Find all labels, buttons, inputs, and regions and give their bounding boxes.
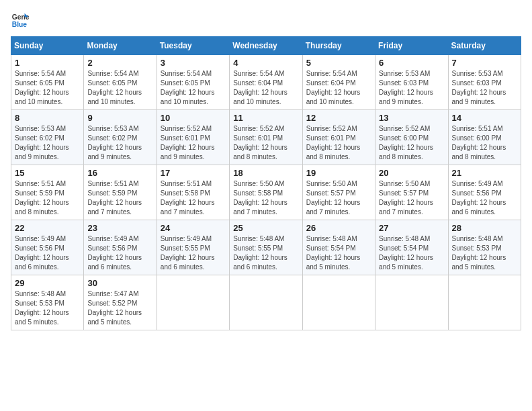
day-info: Sunrise: 5:54 AMSunset: 6:05 PMDaylight:…	[15, 69, 80, 107]
calendar-cell: 3 Sunrise: 5:54 AMSunset: 6:05 PMDayligh…	[157, 55, 229, 110]
calendar-cell: 12 Sunrise: 5:52 AMSunset: 6:01 PMDaylig…	[302, 110, 375, 165]
weekday-header-tuesday: Tuesday	[157, 37, 229, 55]
calendar-cell: 24 Sunrise: 5:49 AMSunset: 5:55 PMDaylig…	[157, 220, 229, 275]
day-number: 9	[87, 113, 152, 123]
day-info: Sunrise: 5:48 AMSunset: 5:53 PMDaylight:…	[15, 289, 80, 327]
calendar-cell: 21 Sunrise: 5:49 AMSunset: 5:56 PMDaylig…	[448, 165, 521, 220]
weekday-header-row: SundayMondayTuesdayWednesdayThursdayFrid…	[11, 37, 521, 55]
day-number: 12	[306, 113, 371, 123]
day-number: 22	[15, 223, 80, 233]
day-number: 3	[161, 58, 226, 68]
day-number: 25	[233, 223, 298, 233]
svg-text:General: General	[12, 13, 30, 21]
day-number: 11	[233, 113, 298, 123]
page-header: General Blue	[11, 11, 521, 30]
calendar-cell: 18 Sunrise: 5:50 AMSunset: 5:58 PMDaylig…	[230, 165, 302, 220]
day-number: 30	[87, 278, 152, 288]
calendar-cell: 15 Sunrise: 5:51 AMSunset: 5:59 PMDaylig…	[11, 165, 84, 220]
day-info: Sunrise: 5:52 AMSunset: 6:01 PMDaylight:…	[306, 124, 371, 162]
day-info: Sunrise: 5:51 AMSunset: 5:59 PMDaylight:…	[15, 179, 80, 217]
day-info: Sunrise: 5:49 AMSunset: 5:56 PMDaylight:…	[87, 234, 152, 272]
logo-icon: General Blue	[11, 11, 30, 30]
day-number: 28	[452, 223, 517, 233]
calendar-table: SundayMondayTuesdayWednesdayThursdayFrid…	[11, 36, 521, 330]
day-number: 20	[379, 168, 444, 178]
calendar-cell: 13 Sunrise: 5:52 AMSunset: 6:00 PMDaylig…	[375, 110, 448, 165]
calendar-cell	[448, 275, 521, 330]
day-number: 14	[452, 113, 517, 123]
day-info: Sunrise: 5:47 AMSunset: 5:52 PMDaylight:…	[87, 289, 152, 327]
calendar-cell: 2 Sunrise: 5:54 AMSunset: 6:05 PMDayligh…	[84, 55, 157, 110]
calendar-cell: 23 Sunrise: 5:49 AMSunset: 5:56 PMDaylig…	[84, 220, 157, 275]
calendar-cell	[157, 275, 229, 330]
svg-text:Blue: Blue	[12, 21, 28, 28]
calendar-cell	[375, 275, 448, 330]
calendar-cell: 14 Sunrise: 5:51 AMSunset: 6:00 PMDaylig…	[448, 110, 521, 165]
day-info: Sunrise: 5:51 AMSunset: 6:00 PMDaylight:…	[452, 124, 517, 162]
day-info: Sunrise: 5:53 AMSunset: 6:03 PMDaylight:…	[379, 69, 444, 107]
weekday-header-wednesday: Wednesday	[230, 37, 302, 55]
day-info: Sunrise: 5:54 AMSunset: 6:04 PMDaylight:…	[306, 69, 371, 107]
calendar-cell: 27 Sunrise: 5:48 AMSunset: 5:54 PMDaylig…	[375, 220, 448, 275]
calendar-week-5: 29 Sunrise: 5:48 AMSunset: 5:53 PMDaylig…	[11, 275, 521, 330]
calendar-cell: 8 Sunrise: 5:53 AMSunset: 6:02 PMDayligh…	[11, 110, 84, 165]
day-number: 4	[233, 58, 298, 68]
day-number: 21	[452, 168, 517, 178]
day-info: Sunrise: 5:54 AMSunset: 6:05 PMDaylight:…	[87, 69, 152, 107]
calendar-week-1: 1 Sunrise: 5:54 AMSunset: 6:05 PMDayligh…	[11, 55, 521, 110]
calendar-week-2: 8 Sunrise: 5:53 AMSunset: 6:02 PMDayligh…	[11, 110, 521, 165]
day-number: 6	[379, 58, 444, 68]
day-number: 2	[87, 58, 152, 68]
calendar-cell: 25 Sunrise: 5:48 AMSunset: 5:55 PMDaylig…	[230, 220, 302, 275]
day-info: Sunrise: 5:48 AMSunset: 5:54 PMDaylight:…	[379, 234, 444, 272]
calendar-cell: 9 Sunrise: 5:53 AMSunset: 6:02 PMDayligh…	[84, 110, 157, 165]
calendar-cell	[302, 275, 375, 330]
day-info: Sunrise: 5:51 AMSunset: 5:58 PMDaylight:…	[161, 179, 226, 217]
weekday-header-monday: Monday	[84, 37, 157, 55]
calendar-cell: 29 Sunrise: 5:48 AMSunset: 5:53 PMDaylig…	[11, 275, 84, 330]
day-number: 23	[87, 223, 152, 233]
weekday-header-friday: Friday	[375, 37, 448, 55]
day-number: 17	[161, 168, 226, 178]
calendar-cell: 7 Sunrise: 5:53 AMSunset: 6:03 PMDayligh…	[448, 55, 521, 110]
day-number: 18	[233, 168, 298, 178]
calendar-cell: 28 Sunrise: 5:48 AMSunset: 5:53 PMDaylig…	[448, 220, 521, 275]
day-number: 16	[87, 168, 152, 178]
calendar-cell: 11 Sunrise: 5:52 AMSunset: 6:01 PMDaylig…	[230, 110, 302, 165]
calendar-cell: 26 Sunrise: 5:48 AMSunset: 5:54 PMDaylig…	[302, 220, 375, 275]
day-number: 24	[161, 223, 226, 233]
day-number: 27	[379, 223, 444, 233]
calendar-cell: 4 Sunrise: 5:54 AMSunset: 6:04 PMDayligh…	[230, 55, 302, 110]
day-info: Sunrise: 5:54 AMSunset: 6:04 PMDaylight:…	[233, 69, 298, 107]
weekday-header-sunday: Sunday	[11, 37, 84, 55]
day-number: 19	[306, 168, 371, 178]
day-number: 8	[15, 113, 80, 123]
calendar-cell	[230, 275, 302, 330]
day-info: Sunrise: 5:52 AMSunset: 6:00 PMDaylight:…	[379, 124, 444, 162]
calendar-cell: 16 Sunrise: 5:51 AMSunset: 5:59 PMDaylig…	[84, 165, 157, 220]
day-info: Sunrise: 5:50 AMSunset: 5:58 PMDaylight:…	[233, 179, 298, 217]
day-number: 1	[15, 58, 80, 68]
day-info: Sunrise: 5:52 AMSunset: 6:01 PMDaylight:…	[233, 124, 298, 162]
day-info: Sunrise: 5:49 AMSunset: 5:56 PMDaylight:…	[15, 234, 80, 272]
day-number: 5	[306, 58, 371, 68]
calendar-cell: 5 Sunrise: 5:54 AMSunset: 6:04 PMDayligh…	[302, 55, 375, 110]
day-info: Sunrise: 5:49 AMSunset: 5:56 PMDaylight:…	[452, 179, 517, 217]
day-info: Sunrise: 5:53 AMSunset: 6:02 PMDaylight:…	[87, 124, 152, 162]
day-info: Sunrise: 5:48 AMSunset: 5:54 PMDaylight:…	[306, 234, 371, 272]
day-info: Sunrise: 5:48 AMSunset: 5:53 PMDaylight:…	[452, 234, 517, 272]
calendar-week-4: 22 Sunrise: 5:49 AMSunset: 5:56 PMDaylig…	[11, 220, 521, 275]
day-info: Sunrise: 5:52 AMSunset: 6:01 PMDaylight:…	[161, 124, 226, 162]
day-info: Sunrise: 5:49 AMSunset: 5:55 PMDaylight:…	[161, 234, 226, 272]
weekday-header-thursday: Thursday	[302, 37, 375, 55]
weekday-header-saturday: Saturday	[448, 37, 521, 55]
calendar-week-3: 15 Sunrise: 5:51 AMSunset: 5:59 PMDaylig…	[11, 165, 521, 220]
day-number: 10	[161, 113, 226, 123]
calendar-cell: 1 Sunrise: 5:54 AMSunset: 6:05 PMDayligh…	[11, 55, 84, 110]
day-number: 13	[379, 113, 444, 123]
day-info: Sunrise: 5:50 AMSunset: 5:57 PMDaylight:…	[306, 179, 371, 217]
calendar-cell: 19 Sunrise: 5:50 AMSunset: 5:57 PMDaylig…	[302, 165, 375, 220]
calendar-cell: 20 Sunrise: 5:50 AMSunset: 5:57 PMDaylig…	[375, 165, 448, 220]
day-info: Sunrise: 5:48 AMSunset: 5:55 PMDaylight:…	[233, 234, 298, 272]
day-number: 26	[306, 223, 371, 233]
